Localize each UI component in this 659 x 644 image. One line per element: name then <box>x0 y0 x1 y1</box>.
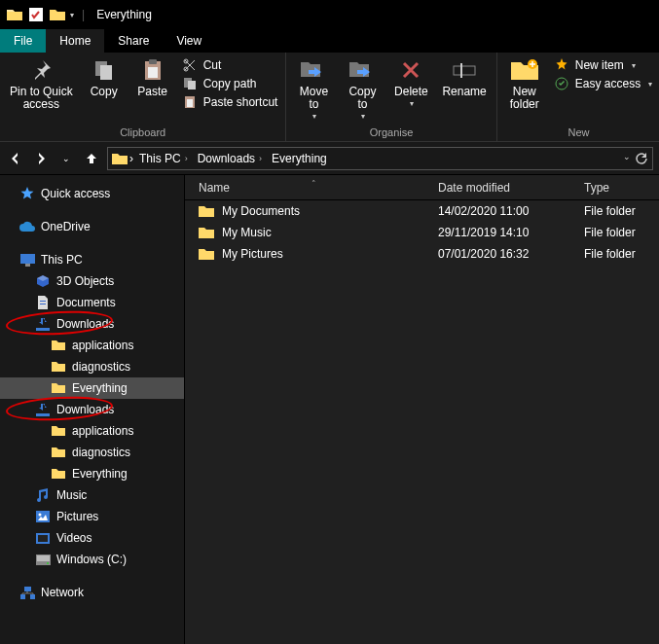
paste-shortcut-button[interactable]: Paste shortcut <box>178 93 282 111</box>
music-icon <box>35 487 51 503</box>
body: Quick access OneDrive This PC 3D Objects… <box>0 175 659 644</box>
new-item-icon <box>554 57 569 73</box>
tree-documents[interactable]: Documents <box>0 292 184 313</box>
cube-icon <box>35 273 51 289</box>
breadcrumb-box[interactable]: › This PC› Downloads› Everything ⌄ <box>107 147 653 170</box>
svg-point-27 <box>47 562 49 564</box>
tree-3d-objects[interactable]: 3D Objects <box>0 270 184 292</box>
tree-music[interactable]: Music <box>0 484 184 506</box>
file-row[interactable]: My Pictures 07/01/2020 16:32 File folder <box>185 243 659 265</box>
address-dropdown-icon[interactable]: ⌄ <box>623 152 631 165</box>
column-headers[interactable]: Name ˄ Date modified Type <box>185 175 659 200</box>
breadcrumb-everything[interactable]: Everything <box>268 152 331 165</box>
copy-icon <box>91 56 118 84</box>
svg-rect-13 <box>460 63 462 78</box>
tree-applications-1[interactable]: applications <box>0 335 184 356</box>
recent-locations-button[interactable]: ⌄ <box>56 149 76 168</box>
copy-path-icon <box>182 76 198 91</box>
pin-to-quick-access-button[interactable]: Pin to Quick access <box>4 54 79 113</box>
file-date: 07/01/2020 16:32 <box>438 247 584 261</box>
copy-to-icon <box>348 56 376 84</box>
back-button[interactable] <box>6 149 25 168</box>
delete-icon <box>397 56 424 84</box>
column-date[interactable]: Date modified <box>438 181 584 195</box>
group-new: New folder New item▾ Easy access▾ New <box>497 53 659 141</box>
up-button[interactable] <box>82 149 101 168</box>
tree-everything-2[interactable]: Everything <box>0 463 184 484</box>
tree-everything-1[interactable]: Everything <box>0 377 184 399</box>
folder-icon <box>199 203 214 219</box>
pictures-icon <box>35 509 51 524</box>
file-date: 29/11/2019 14:10 <box>438 226 584 239</box>
breadcrumb-downloads[interactable]: Downloads› <box>194 152 266 165</box>
svg-rect-11 <box>187 99 193 107</box>
tab-view[interactable]: View <box>163 29 215 53</box>
svg-rect-19 <box>36 328 50 331</box>
chevron-right-icon[interactable]: › <box>129 152 133 165</box>
tree-diagnostics-2[interactable]: diagnostics <box>0 442 184 463</box>
svg-rect-18 <box>25 264 30 267</box>
group-clipboard: Pin to Quick access Copy Paste Cut <box>0 53 286 141</box>
download-icon <box>35 402 51 417</box>
videos-icon <box>35 530 51 546</box>
breadcrumb-this-pc[interactable]: This PC› <box>135 152 192 165</box>
tree-pictures[interactable]: Pictures <box>0 506 184 527</box>
cloud-icon <box>19 219 35 234</box>
column-type[interactable]: Type <box>584 181 659 195</box>
move-to-button[interactable]: Move to▾ <box>290 54 337 124</box>
svg-rect-4 <box>149 59 157 64</box>
svg-rect-5 <box>148 67 158 78</box>
new-folder-qat-icon[interactable] <box>49 6 66 23</box>
tree-windows-c[interactable]: Windows (C:) <box>0 549 184 570</box>
paste-shortcut-icon <box>182 94 198 110</box>
folder-icon <box>51 338 66 353</box>
qat-dropdown-icon[interactable]: ▾ <box>70 11 74 19</box>
rename-button[interactable]: Rename <box>436 54 492 100</box>
tree-quick-access[interactable]: Quick access <box>0 183 184 204</box>
copy-path-button[interactable]: Copy path <box>178 75 282 92</box>
tree-onedrive[interactable]: OneDrive <box>0 216 184 237</box>
tab-home[interactable]: Home <box>46 29 104 53</box>
pin-icon <box>27 56 55 84</box>
ribbon: Pin to Quick access Copy Paste Cut <box>0 53 659 142</box>
svg-rect-30 <box>30 594 35 599</box>
svg-rect-9 <box>188 81 196 89</box>
tab-share[interactable]: Share <box>104 29 163 53</box>
tree-downloads-1[interactable]: Downloads <box>0 313 184 335</box>
file-type: File folder <box>584 247 659 261</box>
address-bar: ⌄ › This PC› Downloads› Everything ⌄ <box>0 142 659 175</box>
download-icon <box>35 316 51 332</box>
folder-icon <box>199 246 214 262</box>
file-row[interactable]: My Documents 14/02/2020 11:00 File folde… <box>185 200 659 222</box>
column-name[interactable]: Name ˄ <box>185 181 438 195</box>
monitor-icon <box>19 252 35 268</box>
easy-access-icon <box>554 76 569 91</box>
tree-network[interactable]: Network <box>0 582 184 603</box>
file-row[interactable]: My Music 29/11/2019 14:10 File folder <box>185 222 659 243</box>
refresh-button[interactable] <box>635 152 648 165</box>
copy-button[interactable]: Copy <box>81 54 128 100</box>
document-icon <box>35 295 51 310</box>
folder-icon <box>6 6 23 23</box>
svg-rect-29 <box>20 594 25 599</box>
tree-diagnostics-1[interactable]: diagnostics <box>0 356 184 377</box>
title-bar: ▾ | Everything <box>0 0 659 29</box>
copy-to-button[interactable]: Copy to▾ <box>339 54 385 124</box>
tree-videos[interactable]: Videos <box>0 527 184 549</box>
delete-button[interactable]: Delete▾ <box>387 54 434 111</box>
cut-button[interactable]: Cut <box>178 56 282 74</box>
tree-applications-2[interactable]: applications <box>0 420 184 442</box>
tree-downloads-2[interactable]: Downloads <box>0 399 184 420</box>
scissors-icon <box>182 57 198 73</box>
tab-file[interactable]: File <box>0 29 46 53</box>
navigation-tree[interactable]: Quick access OneDrive This PC 3D Objects… <box>0 175 185 644</box>
forward-button[interactable] <box>31 149 51 168</box>
tree-this-pc[interactable]: This PC <box>0 249 184 270</box>
easy-access-button[interactable]: Easy access▾ <box>550 75 656 92</box>
new-folder-icon <box>511 56 538 84</box>
properties-qat-icon[interactable] <box>27 6 45 23</box>
paste-button[interactable]: Paste <box>129 54 176 100</box>
new-item-button[interactable]: New item▾ <box>550 56 656 74</box>
new-folder-button[interactable]: New folder <box>501 54 548 113</box>
folder-icon <box>51 359 66 375</box>
